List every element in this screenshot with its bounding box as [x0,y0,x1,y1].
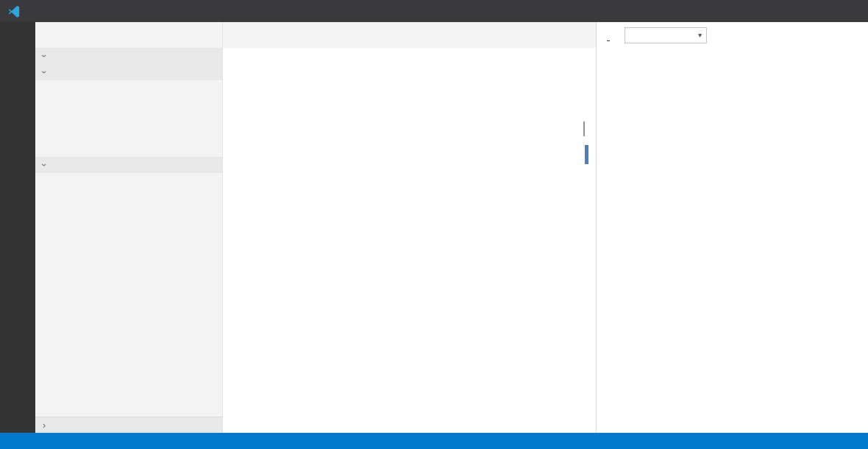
caret-down-icon: ▾ [698,31,702,39]
explorer-sidebar: › › › › [35,22,223,433]
title-bar [0,0,868,22]
code-editor[interactable] [223,64,596,433]
chevron-down-icon: › [39,50,49,62]
vscode-logo-icon [7,4,21,18]
workspace-section-header[interactable]: › [35,64,222,80]
chevron-down-icon: › [39,66,49,78]
tab-bar [223,22,596,48]
sidebar-title [35,22,222,48]
workbench: › › › › [0,22,868,433]
open-editors-section-header[interactable]: › [35,48,222,64]
panel-header: ▾ [597,22,868,48]
outline-section-header[interactable]: › [35,417,222,433]
terminal-selector[interactable]: ▾ [625,27,707,43]
vscode-window: › › › › [0,0,868,449]
device-files-section-header[interactable]: › [35,157,222,173]
scrollbar-thumb[interactable] [583,121,585,136]
sidebar-spacer [35,173,222,417]
terminal-output[interactable] [597,48,868,433]
terminal-panel: ▾ [596,22,868,433]
status-bar [0,433,868,449]
activity-bar [0,22,35,433]
overview-ruler-cursor-mark [585,145,588,164]
breadcrumb [223,48,596,64]
tab-terminal[interactable] [607,29,610,41]
chevron-right-icon: › [38,420,50,431]
editor-group [223,22,596,433]
chevron-down-icon: › [39,159,49,171]
